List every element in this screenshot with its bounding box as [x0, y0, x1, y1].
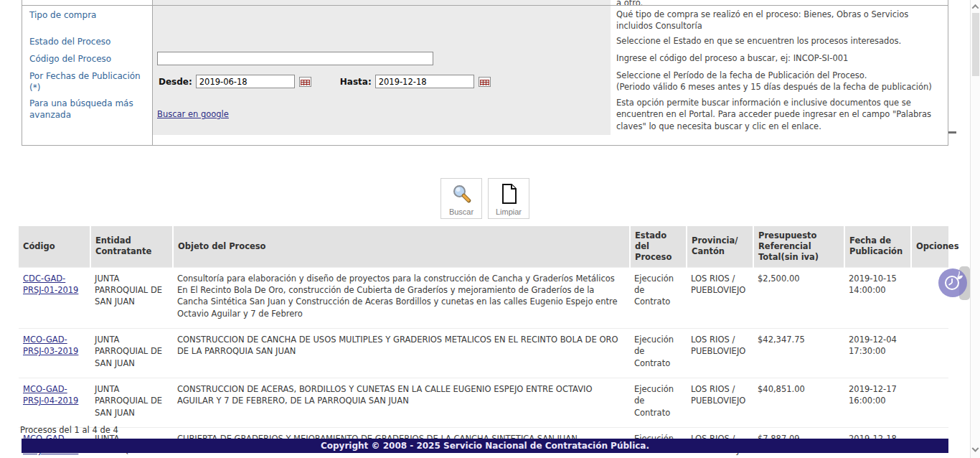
desde-date-input[interactable] [196, 75, 295, 88]
cell-fecha: 2019-12-04 17:30:00 [844, 329, 911, 378]
scroll-up-arrow[interactable] [973, 4, 979, 10]
field-help-estado: Seleccione el Estado en que se encuentre… [611, 32, 948, 50]
blank-page-icon [498, 183, 519, 206]
field-label-fechas: Por Fechas de Publicación (*) [22, 67, 153, 96]
buscar-en-google-link[interactable]: Buscar en google [157, 109, 229, 119]
table-row: MCO-GAD-PRSJ-03-2019 JUNTA PARROQUIAL DE… [19, 329, 948, 378]
clock-icon [941, 271, 964, 296]
empty-help-cell [611, 135, 948, 145]
header-provincia: Provincia/ Cantón [687, 226, 753, 267]
cell-presupuesto: $42,347.75 [753, 329, 844, 378]
footer-bar: Copyright © 2008 - 2025 Servicio Naciona… [22, 439, 948, 453]
results-table: Código Entidad Contratante Objeto del Pr… [19, 226, 948, 458]
form-row-estado-proceso: Estado del Proceso Seleccione el Estado … [22, 32, 948, 50]
field-help-fechas-line1: Seleccione el Período de la fecha de Pub… [616, 70, 941, 81]
cell-estado: Ejecución de Contrato [630, 378, 687, 428]
cell-objeto: Consultoría para elaboración y diseño de… [173, 267, 630, 328]
cell-entidad: JUNTA PARROQUIAL DE SAN JUAN [90, 378, 173, 428]
header-codigo: Código [19, 226, 90, 267]
cell-entidad: JUNTA PARROQUIAL DE SAN JUAN [90, 329, 173, 378]
field-label-busqueda: Para una búsqueda más avanzada [22, 94, 153, 135]
field-label-estado: Estado del Proceso [22, 32, 153, 50]
cell-objeto: CONSTRUCCION DE CANCHA DE USOS MULTIPLES… [173, 329, 630, 378]
header-presupuesto: Presupuesto Referencial Total(sin iva) [753, 226, 844, 267]
header-objeto: Objeto del Proceso [173, 226, 630, 267]
cell-opciones [911, 329, 948, 378]
cell-provincia: LOS RIOS / PUEBLOVIEJO [687, 267, 753, 328]
form-row-empty [22, 135, 948, 145]
cell-objeto: CONSTRUCCION DE ACERAS, BORDILLOS Y CUNE… [173, 378, 630, 428]
header-opciones: Opciones [911, 226, 948, 267]
process-code-link[interactable]: MCO-GAD-PRSJ-04-2019 [23, 384, 78, 406]
calendar-icon[interactable] [479, 77, 491, 87]
field-help-fechas: Seleccione el Período de la fecha de Pub… [611, 67, 948, 96]
form-row-busqueda-avanzada: Para una búsqueda más avanzada Buscar en… [22, 94, 948, 135]
results-body: CDC-GAD-PRSJ-01-2019 JUNTA PARROQUIAL DE… [19, 267, 948, 458]
table-row: CDC-GAD-PRSJ-01-2019 JUNTA PARROQUIAL DE… [19, 267, 948, 328]
page: a otro. Tipo de compra Qué tipo de compr… [0, 0, 970, 458]
scroll-down-arrow[interactable] [973, 448, 979, 454]
cell-estado: Ejecución de Contrato [630, 267, 687, 328]
accessibility-clock-button[interactable] [938, 268, 967, 297]
copyright-text: Copyright © 2008 - 2025 Servicio Naciona… [321, 441, 649, 451]
field-label-codigo: Código del Proceso [22, 50, 153, 67]
scroll-end-dash [948, 131, 956, 134]
cell-estado: Ejecución de Contrato [630, 329, 687, 378]
field-input-area-codigo [153, 50, 611, 67]
hasta-date-input[interactable] [375, 75, 474, 88]
field-help-codigo: Ingrese el código del proceso a buscar, … [611, 50, 948, 67]
cell-presupuesto: $2,500.00 [753, 267, 844, 328]
empty-mid-cell [153, 135, 611, 145]
empty-label-cell [22, 135, 153, 145]
form-row-clipped: a otro. [22, 0, 948, 6]
vertical-scrollbar[interactable] [970, 0, 980, 458]
header-estado: Estado del Proceso [630, 226, 687, 267]
hasta-label: Hasta: [340, 77, 372, 87]
table-header-row: Código Entidad Contratante Objeto del Pr… [19, 226, 948, 267]
actions-bar: Buscar Limpiar [0, 178, 970, 219]
table-row: MCO-GAD-PRSJ-04-2019 JUNTA PARROQUIAL DE… [19, 378, 948, 428]
field-help-busqueda: Esta opción permite buscar información e… [611, 94, 948, 135]
buscar-button-label: Buscar [449, 207, 473, 216]
form-row-fechas-publicacion: Por Fechas de Publicación (*) Desde: Has… [22, 67, 948, 94]
field-label-tipo: Tipo de compra [22, 6, 153, 35]
codigo-proceso-input[interactable] [157, 52, 433, 65]
header-fecha: Fecha de Publicación [844, 226, 911, 267]
limpiar-button-label: Limpiar [496, 207, 522, 216]
cell-fecha: 2019-10-15 14:00:00 [844, 267, 911, 328]
process-code-link[interactable]: CDC-GAD-PRSJ-01-2019 [23, 274, 78, 295]
buscar-button[interactable]: Buscar [440, 178, 482, 219]
field-help-fechas-line2: (Periodo válido 6 meses antes y 15 días … [616, 81, 941, 93]
form-row-codigo-proceso: Código del Proceso Ingrese el código del… [22, 50, 948, 67]
form-row-tipo-de-compra: Tipo de compra Qué tipo de compra se rea… [22, 6, 948, 32]
field-help-tipo: Qué tipo de compra se realizó en el proc… [611, 6, 948, 35]
clipped-help-text: a otro. [616, 0, 941, 6]
header-entidad: Entidad Contratante [90, 226, 173, 267]
search-form: a otro. Tipo de compra Qué tipo de compr… [22, 0, 948, 146]
cell-presupuesto: $40,851.00 [753, 378, 844, 428]
cell-provincia: LOS RIOS / PUEBLOVIEJO [687, 329, 753, 378]
cell-provincia: LOS RIOS / PUEBLOVIEJO [687, 378, 753, 428]
magnifier-icon [451, 183, 472, 206]
field-input-area-busqueda: Buscar en google [153, 94, 611, 135]
calendar-icon[interactable] [299, 77, 311, 87]
cell-opciones [911, 378, 948, 428]
clipped-mid-cell [153, 0, 611, 6]
cell-fecha: 2019-12-17 16:00:00 [844, 378, 911, 428]
process-code-link[interactable]: MCO-GAD-PRSJ-03-2019 [23, 335, 78, 356]
field-input-area-fechas: Desde: Hasta: [153, 67, 611, 96]
desde-label: Desde: [159, 77, 192, 87]
cell-entidad: JUNTA PARROQUIAL DE SAN JUAN [90, 267, 173, 328]
scrollbar-thumb[interactable] [972, 13, 979, 76]
clipped-help-cell: a otro. [611, 0, 948, 6]
limpiar-button[interactable]: Limpiar [488, 178, 529, 219]
field-input-area-tipo [153, 6, 611, 35]
clipped-label-cell [22, 0, 153, 6]
field-input-area-estado [153, 32, 611, 50]
results-summary: Procesos del 1 al 4 de 4 [20, 425, 118, 435]
